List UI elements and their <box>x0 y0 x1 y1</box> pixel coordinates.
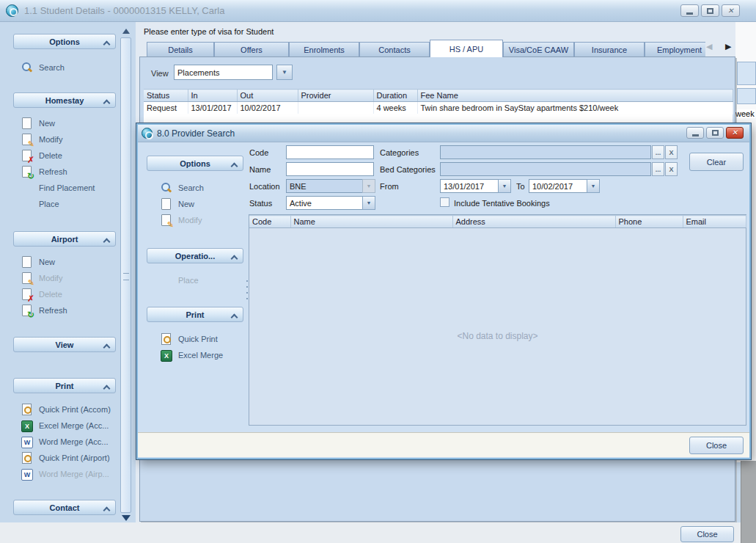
bed-categories-label: Bed Categories <box>380 165 436 174</box>
from-date-select[interactable]: 13/01/2017 <box>440 179 499 193</box>
categories-clear-button[interactable]: X <box>665 145 678 159</box>
dialog-maximize-button[interactable] <box>706 127 724 139</box>
dialog-section-options[interactable]: Options <box>147 156 243 171</box>
col-address[interactable]: Address <box>452 216 615 228</box>
dialog-item-quick-print[interactable]: Quick Print <box>144 331 245 347</box>
col-status[interactable]: Status <box>144 90 188 102</box>
placement-row[interactable]: Request 13/01/2017 10/02/2017 4 weeks Tw… <box>144 102 733 114</box>
col-in[interactable]: In <box>188 90 237 102</box>
tab-visa-coe-caaw[interactable]: Visa/CoE CAAW <box>503 42 574 57</box>
print-preview-icon <box>160 333 172 345</box>
sidebar-item-find-placement[interactable]: Find Placement <box>6 180 119 196</box>
col-provider[interactable]: Provider <box>298 90 373 102</box>
sidebar-section-homestay[interactable]: Homestay <box>13 92 116 108</box>
sidebar-item-airport-new[interactable]: New <box>6 254 119 270</box>
sidebar-item-homestay-modify[interactable]: ✎ Modify <box>6 131 119 147</box>
view-select[interactable]: Placements <box>174 65 273 80</box>
sidebar-section-view[interactable]: View <box>13 337 116 352</box>
tab-scroll-left-icon[interactable]: ◀ <box>706 42 712 51</box>
sidebar-item-airport-refresh[interactable]: ↻ Refresh <box>6 302 119 318</box>
col-fee-name[interactable]: Fee Name <box>417 90 733 102</box>
sidebar-item-homestay-new[interactable]: New <box>6 115 119 131</box>
col-phone[interactable]: Phone <box>615 216 683 228</box>
main-close-button[interactable]: Close <box>680 526 734 542</box>
tab-enrolments[interactable]: Enrolments <box>289 42 359 57</box>
tab-contacts[interactable]: Contacts <box>359 42 430 57</box>
tab-offers[interactable]: Offers <box>214 42 289 57</box>
new-document-icon <box>21 256 32 268</box>
sidebar-item-search[interactable]: Search <box>6 59 119 76</box>
dialog-item-new[interactable]: New <box>144 196 245 212</box>
word-icon <box>21 468 32 480</box>
sidebar-item-homestay-refresh[interactable]: ↻ Refresh <box>6 164 119 180</box>
dialog-minimize-button[interactable] <box>686 127 704 139</box>
dialog-close-icon[interactable]: ✕ <box>726 127 744 139</box>
sidebar-item-airport-modify[interactable]: ✎ Modify <box>6 270 119 286</box>
status-dropdown-button[interactable]: ▼ <box>362 196 375 210</box>
from-dropdown-button[interactable]: ▼ <box>498 179 511 193</box>
close-window-button[interactable]: ✕ <box>722 4 740 17</box>
sidebar-scrollbar[interactable] <box>120 26 133 522</box>
maximize-button[interactable] <box>701 4 719 17</box>
sidebar-section-contact[interactable]: Contact <box>13 500 116 515</box>
sidebar-item-place[interactable]: Place <box>6 196 119 212</box>
sidebar-item-word-merge-airport[interactable]: Word Merge (Airp... <box>6 466 119 482</box>
dialog-section-print[interactable]: Print <box>147 307 243 322</box>
scrollbar-thumb[interactable] <box>120 37 131 513</box>
modify-document-icon: ✎ <box>21 134 32 145</box>
col-code[interactable]: Code <box>249 216 290 228</box>
minimize-button[interactable] <box>680 4 699 17</box>
tab-details[interactable]: Details <box>147 42 214 57</box>
delete-document-icon: ✗ <box>21 288 32 300</box>
sidebar-item-quick-print-accom[interactable]: Quick Print (Accom) <box>6 401 119 418</box>
dialog-section-operations[interactable]: Operatio... <box>147 248 243 263</box>
code-input[interactable] <box>286 145 374 159</box>
no-data-message: <No data to display> <box>249 331 746 341</box>
sidebar-item-word-merge-accom[interactable]: Word Merge (Acc... <box>6 434 119 450</box>
to-date-select[interactable]: 10/02/2017 <box>529 179 587 193</box>
sidebar-section-options[interactable]: Options <box>13 34 116 49</box>
sidebar-section-print[interactable]: Print <box>13 378 116 393</box>
dialog-item-modify[interactable]: ✎ Modify <box>144 212 245 228</box>
sidebar-item-airport-delete[interactable]: ✗ Delete <box>6 286 119 302</box>
dialog-item-excel-merge[interactable]: Excel Merge <box>144 347 245 363</box>
print-preview-icon <box>21 452 32 464</box>
clear-button[interactable]: Clear <box>689 153 744 171</box>
placements-table: Status In Out Provider Duration Fee Name… <box>144 89 733 114</box>
tab-hs-apu[interactable]: HS / APU <box>430 40 503 57</box>
search-icon <box>21 62 32 73</box>
collapse-chevron-icon <box>103 40 109 45</box>
tab-insurance[interactable]: Insurance <box>574 42 645 57</box>
col-name[interactable]: Name <box>290 216 452 228</box>
categories-input[interactable] <box>440 145 651 159</box>
scroll-up-arrow[interactable] <box>120 26 133 36</box>
sidebar-item-homestay-delete[interactable]: ✗ Delete <box>6 147 119 164</box>
tab-strip: Details Offers Enrolments Contacts HS / … <box>147 40 705 57</box>
view-dropdown-button[interactable]: ▼ <box>276 65 293 80</box>
sidebar-section-airport[interactable]: Airport <box>13 231 116 247</box>
bed-categories-browse-button[interactable]: ... <box>652 162 664 176</box>
sidebar-item-excel-merge-accom[interactable]: Excel Merge (Acc... <box>6 418 119 434</box>
bed-categories-clear-button[interactable]: X <box>665 162 678 176</box>
col-email[interactable]: Email <box>683 216 746 228</box>
categories-browse-button[interactable]: ... <box>652 145 664 159</box>
dialog-item-place[interactable]: Place <box>144 272 245 288</box>
dialog-item-search[interactable]: Search <box>144 180 245 196</box>
col-out[interactable]: Out <box>237 90 298 102</box>
bed-categories-input[interactable] <box>440 162 651 176</box>
tab-employment[interactable]: Employment <box>645 42 705 57</box>
main-window-title: 1.1 Student Details - 0000001315 KELLY, … <box>24 5 224 16</box>
tab-scroll-right-icon[interactable]: ▶ <box>725 42 731 51</box>
include-tentative-checkbox[interactable] <box>440 197 449 207</box>
cutoff-text-fragment: week <box>735 109 755 118</box>
to-dropdown-button[interactable]: ▼ <box>587 179 600 193</box>
dialog-close-button[interactable]: Close <box>689 437 744 454</box>
collapse-chevron-icon <box>231 255 237 259</box>
sidebar-item-quick-print-airport[interactable]: Quick Print (Airport) <box>6 450 119 466</box>
col-duration[interactable]: Duration <box>373 90 417 102</box>
location-dropdown-button[interactable]: ▼ <box>362 179 375 193</box>
name-label: Name <box>249 165 271 174</box>
print-preview-icon <box>21 404 32 415</box>
name-input[interactable] <box>286 162 374 176</box>
scroll-down-arrow[interactable] <box>120 513 133 522</box>
